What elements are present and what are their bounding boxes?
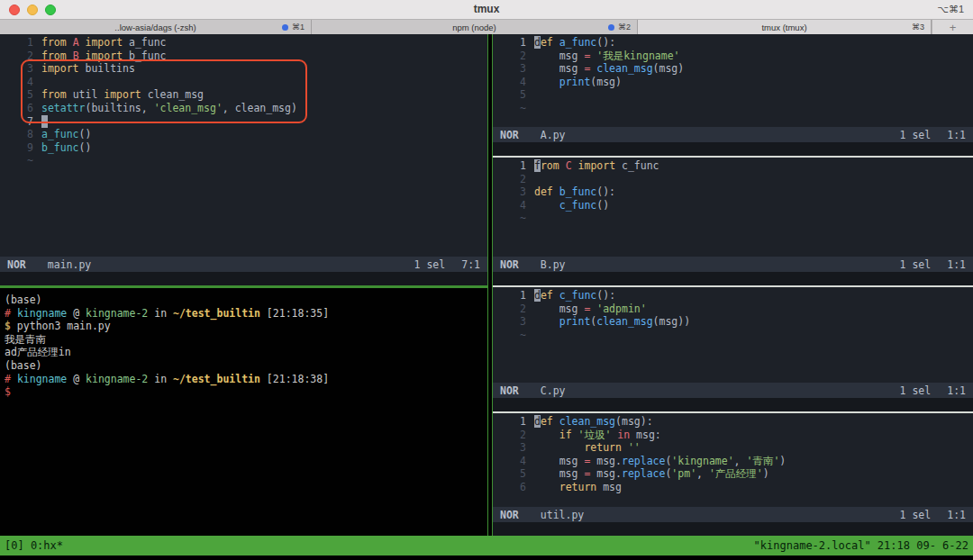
shell-pane[interactable]: (base)# kingname @ kingname-2 in ~/test_…: [0, 288, 487, 536]
editor-pane-util[interactable]: 1def clean_msg(msg):2 if '垃圾' in msg:3 r…: [493, 413, 973, 536]
code-line: 9b_func(): [0, 141, 487, 155]
tab-npm[interactable]: npm (node) ⌘2: [312, 20, 638, 34]
command-line: [0, 272, 487, 285]
line-number: 1: [0, 36, 41, 50]
code-token: in: [617, 429, 630, 441]
code-token: setattr: [41, 102, 85, 114]
code-token: (msg)): [653, 315, 691, 328]
code-token: kingname-2: [86, 307, 148, 320]
code-line: 2 msg = 'adpmin': [493, 303, 973, 316]
file-name: B.py: [541, 258, 566, 271]
code-token: [79, 36, 86, 49]
code-line: 4 c_func(): [493, 199, 973, 212]
code-line: 3import builtins: [0, 62, 487, 76]
code-area-a: 1def a_func():2 msg = '我是kingname'3 msg …: [493, 34, 973, 127]
code-line: 1def a_func():: [493, 36, 973, 50]
code-token: 我是青南: [5, 333, 46, 346]
code-line: 2: [493, 173, 973, 186]
cursor-block: d: [534, 415, 541, 428]
code-token: from: [41, 88, 67, 101]
code-token: a_func: [123, 36, 166, 49]
code-token: (): [79, 141, 92, 154]
code-token: in: [148, 373, 173, 385]
tab-zsh[interactable]: ..low-asia/dags (-zsh) ⌘1: [0, 20, 312, 34]
code-token: [67, 36, 73, 49]
code-token: ): [763, 467, 769, 480]
file-name: main.py: [48, 258, 91, 271]
helix-statusline-b: NOR B.py 1 sel 1:1: [493, 257, 973, 272]
code-token: @: [67, 373, 86, 385]
code-token: replace: [622, 467, 665, 480]
code-line: 2from B import b_func: [0, 50, 487, 63]
code-token: [553, 289, 559, 302]
code-token: c_func: [615, 159, 659, 172]
helix-statusline-util: NOR util.py 1 sel 1:1: [493, 507, 973, 522]
cursor-block: d: [534, 289, 541, 302]
terminal-area: 1from A import a_func2from B import b_fu…: [0, 34, 973, 536]
code-token: C: [566, 159, 572, 172]
code-token: [622, 441, 628, 454]
line-number: 2: [493, 50, 534, 63]
close-button[interactable]: [9, 5, 20, 15]
code-line: 1def c_func():: [493, 289, 973, 303]
code-token: ():: [596, 185, 615, 198]
mode-indicator: NOR: [493, 509, 519, 521]
code-line: 5 msg = msg.replace('pm', '产品经理'): [493, 467, 973, 481]
line-number: 3: [493, 62, 534, 76]
code-token: b_func: [123, 50, 166, 62]
selection-count: 1 sel: [414, 258, 446, 271]
editor-pane-c[interactable]: 1def c_func():2 msg = 'adpmin'3 print(cl…: [493, 287, 973, 411]
code-line: 5: [493, 88, 973, 102]
code-token: return: [559, 481, 597, 493]
code-token: [572, 429, 578, 441]
tab-label: ..low-asia/dags (-zsh): [114, 23, 196, 32]
code-token: util: [67, 88, 105, 101]
code-token: clean_msg: [596, 62, 652, 75]
code-area-util: 1def clean_msg(msg):2 if '垃圾' in msg:3 r…: [493, 413, 973, 507]
code-token: '产品经理': [709, 467, 763, 480]
new-tab-button[interactable]: +: [932, 20, 973, 34]
code-token: '垃圾': [578, 429, 612, 441]
line-number: 5: [493, 467, 534, 481]
code-token: kingname-2: [86, 373, 148, 385]
code-token: 'clean_msg': [154, 102, 223, 114]
line-number: 2: [0, 50, 41, 63]
code-token: builtins: [79, 62, 135, 75]
tab-tmux[interactable]: tmux (tmux) ⌘3: [638, 20, 932, 34]
tab-shortcut: ⌘2: [618, 23, 631, 32]
code-token: [21:18:38]: [260, 373, 329, 385]
plus-icon: +: [950, 21, 957, 34]
code-line: 7: [0, 115, 487, 129]
editor-pane-b[interactable]: 1from C import c_func23def b_func():4 c_…: [493, 158, 973, 285]
code-token: ef: [541, 289, 553, 302]
code-token: [559, 159, 566, 172]
window-bottom-edge: [0, 555, 973, 560]
line-number: 1: [493, 36, 534, 50]
editor-pane-main[interactable]: 1from A import a_func2from B import b_fu…: [0, 34, 487, 285]
minimize-button[interactable]: [27, 5, 38, 15]
window-title: tmux: [0, 0, 973, 19]
code-token: print: [559, 315, 591, 328]
empty-line-tilde: ~: [493, 102, 534, 115]
editor-pane-a[interactable]: 1def a_func():2 msg = '我是kingname'3 msg …: [493, 34, 973, 156]
code-token: ,: [696, 467, 709, 480]
line-number: 9: [0, 141, 41, 155]
code-line: 8a_func(): [0, 128, 487, 141]
code-token: a_func: [41, 128, 79, 140]
code-token: @: [67, 307, 86, 320]
code-token: ,: [734, 455, 747, 467]
cursor-block: d: [534, 36, 541, 49]
code-token: $: [5, 320, 11, 332]
code-line: ad产品经理in: [0, 346, 487, 359]
code-token: return: [584, 441, 622, 454]
zoom-button[interactable]: [45, 5, 56, 15]
line-number: 4: [493, 199, 534, 212]
code-token: clean_msg: [596, 315, 652, 328]
code-line: 6 return msg: [493, 481, 973, 494]
code-token: (builtins,: [85, 102, 153, 114]
code-token: (msg):: [615, 415, 653, 428]
tab-shortcut: ⌘1: [292, 23, 305, 32]
tab-shortcut: ⌘3: [912, 23, 924, 32]
command-line: [493, 142, 973, 156]
code-line: (base): [0, 359, 487, 373]
